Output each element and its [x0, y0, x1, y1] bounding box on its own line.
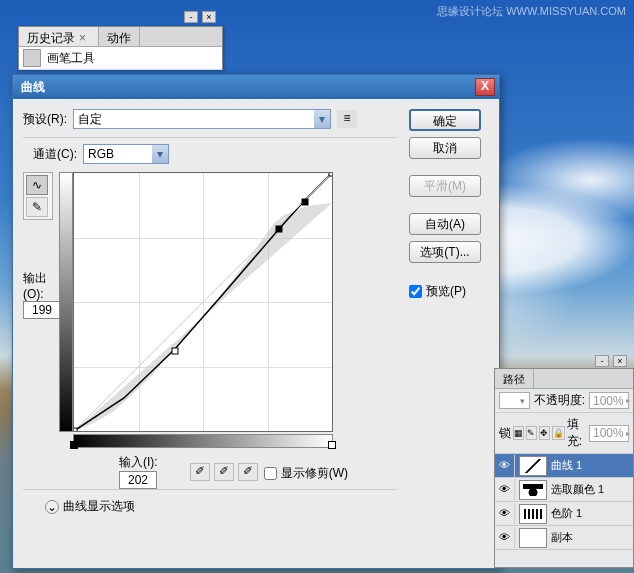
preset-menu-icon[interactable]: ≡ — [337, 110, 357, 128]
layer-name: 选取颜色 1 — [551, 482, 604, 497]
output-gradient — [59, 172, 73, 432]
ok-button[interactable]: 确定 — [409, 109, 481, 131]
curve-tool-box: ∿ ✎ — [23, 172, 53, 220]
layer-item[interactable]: 👁 副本 — [495, 526, 633, 550]
visibility-icon[interactable]: 👁 — [495, 503, 515, 525]
black-eyedropper[interactable]: ✐ — [190, 463, 210, 481]
visibility-icon[interactable]: 👁 — [495, 479, 515, 501]
svg-rect-1 — [74, 428, 77, 431]
layer-thumbnail — [519, 504, 547, 524]
output-label: 输出(O): — [23, 270, 61, 301]
layer-thumbnail — [519, 480, 547, 500]
auto-button[interactable]: 自动(A) — [409, 213, 481, 235]
close-button[interactable]: X — [475, 78, 495, 96]
preset-label: 预设(R): — [23, 111, 67, 128]
layer-item[interactable]: 👁 曲线 1 — [495, 454, 633, 478]
brush-icon — [23, 49, 41, 67]
tab-history[interactable]: 历史记录× — [19, 27, 99, 46]
channel-label: 通道(C): — [33, 146, 77, 163]
curve-display-options-toggle[interactable]: ⌄ 曲线显示选项 — [45, 498, 397, 515]
show-clipping-label: 显示修剪(W) — [281, 465, 348, 482]
layer-name: 色阶 1 — [551, 506, 582, 521]
lock-transparency-icon[interactable]: ▦ — [513, 426, 524, 440]
panel-minimize-icon[interactable]: - — [184, 11, 198, 23]
tab-paths[interactable]: 路径 — [495, 369, 534, 388]
fill-field[interactable]: 100%▸ — [589, 425, 629, 442]
panel-close-icon[interactable]: × — [613, 355, 627, 367]
svg-rect-5 — [329, 173, 332, 176]
layer-item[interactable]: 👁 选取颜色 1 — [495, 478, 633, 502]
black-point-slider[interactable] — [70, 441, 78, 449]
curve-svg — [74, 173, 332, 431]
history-item[interactable]: 画笔工具 — [19, 47, 222, 70]
opacity-label: 不透明度: — [534, 392, 585, 409]
dialog-title: 曲线 — [21, 79, 475, 96]
tab-close-icon[interactable]: × — [75, 31, 90, 45]
options-button[interactable]: 选项(T)... — [409, 241, 481, 263]
history-panel: - × 历史记录× 动作 画笔工具 — [18, 26, 223, 70]
layer-name: 副本 — [551, 530, 573, 545]
svg-rect-2 — [172, 348, 178, 354]
svg-line-0 — [74, 173, 332, 431]
curve-graph[interactable] — [73, 172, 333, 432]
show-clipping-checkbox[interactable] — [264, 467, 277, 480]
preview-checkbox[interactable] — [409, 285, 422, 298]
smooth-button[interactable]: 平滑(M) — [409, 175, 481, 197]
input-field[interactable] — [119, 471, 157, 489]
tab-actions[interactable]: 动作 — [99, 27, 140, 46]
visibility-icon[interactable]: 👁 — [495, 455, 515, 477]
curve-point-tool[interactable]: ∿ — [26, 175, 48, 195]
cancel-button[interactable]: 取消 — [409, 137, 481, 159]
expand-icon: ⌄ — [45, 500, 59, 514]
layers-panel: - × 路径 ▾ 不透明度: 100%▸ 锁 ▦ ✎ ✥ 🔒 填充: 100%▸… — [494, 368, 634, 568]
svg-rect-3 — [276, 226, 282, 232]
lock-label: 锁 — [499, 425, 511, 442]
layer-name: 曲线 1 — [551, 458, 582, 473]
history-item-label: 画笔工具 — [47, 50, 95, 67]
gray-eyedropper[interactable]: ✐ — [214, 463, 234, 481]
white-point-slider[interactable] — [328, 441, 336, 449]
layer-thumbnail — [519, 528, 547, 548]
layer-thumbnail — [519, 456, 547, 476]
panel-close-icon[interactable]: × — [202, 11, 216, 23]
output-field[interactable] — [23, 301, 61, 319]
visibility-icon[interactable]: 👁 — [495, 527, 515, 549]
fill-label: 填充: — [567, 416, 587, 450]
titlebar[interactable]: 曲线 X — [13, 75, 499, 99]
opacity-field[interactable]: 100%▸ — [589, 392, 629, 409]
lock-all-icon[interactable]: 🔒 — [552, 426, 565, 440]
chevron-down-icon: ▾ — [314, 110, 330, 128]
preset-select[interactable]: 自定▾ — [73, 109, 331, 129]
layer-item[interactable]: 👁 色阶 1 — [495, 502, 633, 526]
blend-mode-select[interactable]: ▾ — [499, 392, 530, 409]
curves-dialog: 曲线 X 预设(R): 自定▾ ≡ 通道(C): RGB▾ ∿ — [12, 74, 500, 569]
input-gradient[interactable] — [73, 434, 333, 448]
watermark: 思缘设计论坛 WWW.MISSYUAN.COM — [437, 4, 626, 19]
preview-label: 预览(P) — [426, 283, 466, 300]
svg-rect-4 — [302, 199, 308, 205]
curve-pencil-tool[interactable]: ✎ — [26, 197, 48, 217]
lock-pixels-icon[interactable]: ✎ — [526, 426, 537, 440]
lock-position-icon[interactable]: ✥ — [539, 426, 550, 440]
white-eyedropper[interactable]: ✐ — [238, 463, 258, 481]
panel-minimize-icon[interactable]: - — [595, 355, 609, 367]
input-label: 输入(I): — [119, 454, 158, 471]
channel-select[interactable]: RGB▾ — [83, 144, 169, 164]
chevron-down-icon: ▾ — [152, 145, 168, 163]
